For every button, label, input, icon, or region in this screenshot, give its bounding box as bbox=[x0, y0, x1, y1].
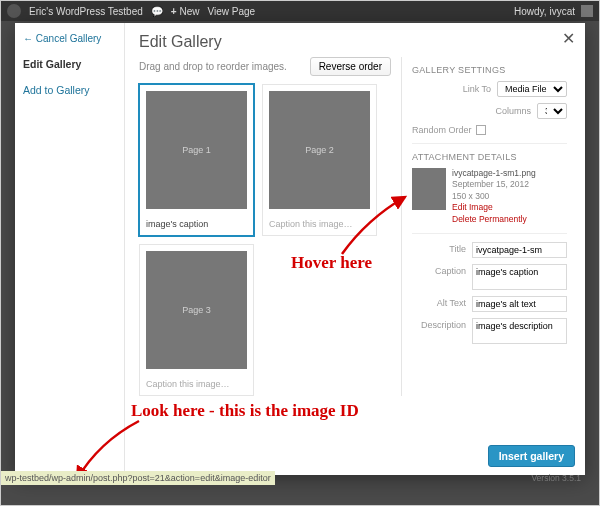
modal-sidebar: Cancel Gallery Edit Gallery Add to Galle… bbox=[15, 23, 125, 475]
random-order-label: Random Order bbox=[412, 125, 472, 135]
new-menu[interactable]: + New bbox=[171, 6, 200, 17]
title-label: Title bbox=[416, 242, 466, 254]
delete-permanently-link[interactable]: Delete Permanently bbox=[452, 214, 536, 225]
description-label: Description bbox=[416, 318, 466, 330]
media-modal: ✕ Cancel Gallery Edit Gallery Add to Gal… bbox=[15, 23, 585, 475]
gallery-thumb[interactable]: Page 3 Caption this image… bbox=[139, 244, 254, 396]
wp-logo-icon[interactable] bbox=[7, 4, 21, 18]
howdy-text[interactable]: Howdy, ivycat bbox=[514, 6, 575, 17]
caption-label: Caption bbox=[416, 264, 466, 276]
thumb-image: Page 1 bbox=[146, 91, 247, 209]
attachment-settings-panel: GALLERY SETTINGS Link To Media File Colu… bbox=[401, 57, 573, 396]
thumb-caption[interactable]: Caption this image… bbox=[140, 375, 253, 395]
gallery-thumb[interactable]: Page 2 Caption this image… bbox=[262, 84, 377, 236]
thumb-image: Page 3 bbox=[146, 251, 247, 369]
random-order-checkbox[interactable] bbox=[476, 125, 486, 135]
columns-label: Columns bbox=[495, 106, 531, 116]
description-field[interactable]: image's description bbox=[472, 318, 567, 344]
thumb-caption[interactable]: Caption this image… bbox=[263, 215, 376, 235]
attachment-details-heading: ATTACHMENT DETAILS bbox=[412, 152, 567, 162]
thumb-image: Page 2 bbox=[269, 91, 370, 209]
attachment-thumb bbox=[412, 168, 446, 210]
alt-text-field[interactable] bbox=[472, 296, 567, 312]
link-to-select[interactable]: Media File bbox=[497, 81, 567, 97]
reorder-hint: Drag and drop to reorder images. bbox=[139, 61, 287, 72]
link-to-label: Link To bbox=[463, 84, 491, 94]
avatar[interactable] bbox=[581, 5, 593, 17]
admin-bar: Eric's WordPress Testbed + New View Page… bbox=[1, 1, 599, 21]
title-field[interactable] bbox=[472, 242, 567, 258]
caption-field[interactable]: image's caption bbox=[472, 264, 567, 290]
page-title: Edit Gallery bbox=[139, 33, 573, 51]
comments-icon[interactable] bbox=[151, 6, 163, 17]
thumb-caption[interactable]: image's caption bbox=[140, 215, 253, 235]
sidebar-item-edit-gallery[interactable]: Edit Gallery bbox=[23, 58, 116, 70]
cancel-gallery-link[interactable]: Cancel Gallery bbox=[23, 33, 116, 44]
edit-image-link[interactable]: Edit Image bbox=[452, 202, 536, 213]
site-title-link[interactable]: Eric's WordPress Testbed bbox=[29, 6, 143, 17]
gallery-thumbnails: Page 1 image's caption Page 2 Caption th… bbox=[139, 84, 384, 396]
wp-version: Version 3.5.1 bbox=[531, 473, 581, 483]
browser-status-bar: wp-testbed/wp-admin/post.php?post=21&act… bbox=[1, 471, 275, 485]
insert-gallery-button[interactable]: Insert gallery bbox=[488, 445, 575, 467]
modal-main: Edit Gallery Drag and drop to reorder im… bbox=[125, 23, 585, 475]
alt-text-label: Alt Text bbox=[416, 296, 466, 308]
attachment-date: September 15, 2012 bbox=[452, 179, 529, 189]
gallery-thumb[interactable]: Page 1 image's caption bbox=[139, 84, 254, 236]
attachment-dimensions: 150 x 300 bbox=[452, 191, 489, 201]
plus-icon: + bbox=[171, 6, 177, 17]
sidebar-item-add-to-gallery[interactable]: Add to Gallery bbox=[23, 84, 116, 96]
gallery-settings-heading: GALLERY SETTINGS bbox=[412, 65, 567, 75]
columns-select[interactable]: 3 bbox=[537, 103, 567, 119]
attachment-filename: ivycatpage-1-sm1.png bbox=[452, 168, 536, 178]
view-page-link[interactable]: View Page bbox=[207, 6, 255, 17]
reverse-order-button[interactable]: Reverse order bbox=[310, 57, 391, 76]
